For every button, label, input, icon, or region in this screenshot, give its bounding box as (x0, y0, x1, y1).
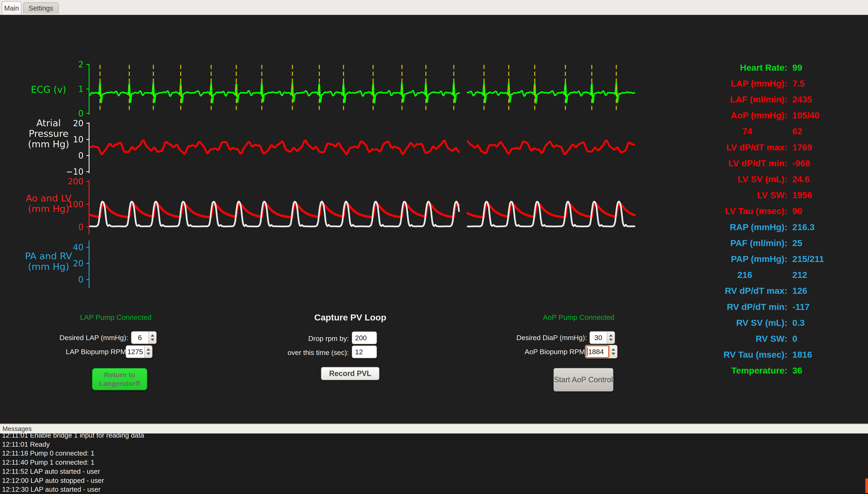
parv-tick-label: 20 (42, 258, 83, 269)
stat-label: LAF (ml/min): (703, 94, 787, 104)
aolv-tick-label: 200 (42, 176, 83, 187)
desired-diap-value[interactable]: 30 (590, 331, 607, 344)
spin-up-icon[interactable] (609, 334, 613, 337)
lap-pump-status: LAP Pump Connected (62, 313, 169, 322)
desired-lap-spinner[interactable]: 6 (131, 331, 157, 344)
return-to-langendorff-button[interactable]: Return to Langendorff (92, 368, 147, 390)
aop-rpm-spinner[interactable]: 1884 (585, 345, 618, 359)
stat-value: 0.3 (792, 318, 805, 328)
stat-value: 2435 (792, 94, 812, 104)
parv-tick-label: 0 (42, 274, 83, 285)
spin-down-icon[interactable] (151, 339, 154, 341)
stat-value: 1816 (792, 349, 812, 360)
spin-down-icon[interactable] (611, 353, 615, 355)
stat-label: Heart Rate: (703, 63, 787, 73)
message-line: 12:11:52 LAP auto started - user (2, 467, 100, 476)
text-cursor (587, 347, 588, 356)
stat-row: Temperature:36 (703, 363, 866, 379)
ecg-tick-label: 0 (42, 108, 83, 119)
stat-label: RV dP/dT min: (703, 302, 787, 312)
tab-settings-label: Settings (29, 4, 53, 12)
atrial-tick-label: 20 (42, 118, 83, 129)
desired-lap-value[interactable]: 6 (131, 331, 148, 344)
messages-scrollbar-thumb[interactable] (865, 478, 868, 493)
over-time-label: over this time (sec): (265, 346, 349, 359)
lap-rpm-label: LAP Biopump RPM: (37, 345, 128, 358)
atrial-tick-label: 10 (42, 134, 83, 145)
spin-up-icon[interactable] (147, 348, 150, 350)
stat-row: RV SV (mL):0.3 (703, 315, 866, 331)
stat-value: 1769 (792, 142, 812, 152)
drop-rpm-label: Drop rpm by: (265, 332, 349, 345)
message-line: 12:11:18 Pump 0 connected: 1 (2, 449, 94, 458)
stat-value: 24.6 (792, 174, 810, 184)
spin-down-icon[interactable] (609, 339, 613, 341)
messages-header: Messages (0, 423, 868, 434)
stat-value: 126 (792, 286, 807, 296)
drop-rpm-input[interactable]: 200 (352, 331, 377, 344)
spin-up-icon[interactable] (151, 334, 154, 337)
spin-up-icon[interactable] (611, 348, 615, 350)
stat-label: LV Tau (msec): (703, 206, 787, 216)
messages-header-label: Messages (2, 424, 32, 434)
stat-row: LAF (ml/min):2435 (703, 91, 866, 108)
record-pvl-button[interactable]: Record PVL (321, 367, 379, 380)
stat-label: RV SW: (703, 334, 787, 344)
aolv-chart (87, 177, 657, 239)
ecg-chart (87, 60, 657, 119)
stat-label: LV SW: (703, 190, 787, 200)
parv-chart (87, 238, 657, 292)
stat-value: 36 (792, 365, 802, 376)
aop-rpm-spin-buttons[interactable] (609, 345, 617, 358)
lap-rpm-spin-buttons[interactable] (144, 346, 152, 358)
stat-label: AoP (mmHg): (703, 110, 787, 120)
stat-label: RV SV (mL): (703, 318, 787, 328)
lap-rpm-value[interactable]: 1275 (126, 346, 144, 358)
tab-settings[interactable]: Settings (23, 2, 59, 14)
stat-row: LAP (mmHg):7.5 (703, 75, 866, 92)
message-line: 12:11:01 Enable bridge 1 input for readi… (2, 434, 144, 440)
start-aop-control-button[interactable]: Start AoP Control (553, 368, 614, 392)
aop-rpm-value-focused[interactable]: 1884 (585, 345, 609, 358)
spin-down-icon[interactable] (147, 353, 150, 355)
over-time-input[interactable]: 12 (352, 345, 377, 358)
stat-label: PAP (mmHg): (703, 254, 787, 264)
stat-value: -968 (792, 158, 810, 168)
stat-value: 0 (792, 334, 797, 344)
stat-row: LV dP/dT max:1769 (703, 139, 866, 155)
stat-row: RV dP/dT min:-117 (703, 299, 866, 315)
desired-diap-spin-buttons[interactable] (607, 331, 615, 344)
desired-lap-spin-buttons[interactable] (148, 331, 156, 344)
tab-main[interactable]: Main (2, 1, 21, 15)
stat-row: 216212 (703, 267, 866, 283)
stat-row: LV dP/dT min:-968 (703, 155, 866, 171)
stat-label: RV dP/dT max: (703, 286, 787, 296)
stat-value: 25 (792, 238, 802, 248)
message-line: 12:11:01 Ready (2, 440, 50, 449)
stats-panel: Heart Rate:99LAP (mmHg):7.5LAF (ml/min):… (703, 59, 866, 394)
atrial-chart (87, 119, 657, 177)
stat-label: 216 (703, 270, 787, 280)
messages-log[interactable]: 12:11:01 Enable bridge 1 input for readi… (0, 434, 868, 494)
stat-label: PAF (ml/min): (703, 238, 787, 248)
lap-rpm-spinner[interactable]: 1275 (126, 345, 152, 358)
aolv-tick-label: 0 (42, 222, 83, 232)
stat-label: RV Tau (msec): (703, 349, 787, 360)
desired-diap-spinner[interactable]: 30 (589, 331, 615, 344)
atrial-tick-label: 0 (42, 150, 83, 161)
stat-row: AoP (mmHg):105/40 (703, 108, 866, 124)
stat-label: Temperature: (703, 365, 787, 376)
aolv-tick-label: 100 (42, 199, 83, 210)
app-window: Main Settings ECG (v) Atrial Pressure (m… (0, 0, 868, 494)
stat-value: -117 (792, 302, 810, 312)
capture-pv-loop-title: Capture PV Loop (296, 312, 405, 323)
stat-row: LV SV (mL):24.6 (703, 171, 866, 187)
main-panel: ECG (v) Atrial Pressure (mm Hg) Ao and L… (0, 15, 868, 424)
stat-row: RV SW:0 (703, 330, 866, 347)
desired-lap-label: Desired LAP (mmHg): (37, 331, 128, 344)
stat-row: Heart Rate:99 (703, 59, 866, 76)
stat-value: 7.5 (792, 78, 805, 89)
tab-main-label: Main (4, 4, 19, 12)
stat-label: RAP (mmHg): (703, 222, 787, 232)
stat-row: RAP (mmHg):216.3 (703, 219, 866, 235)
